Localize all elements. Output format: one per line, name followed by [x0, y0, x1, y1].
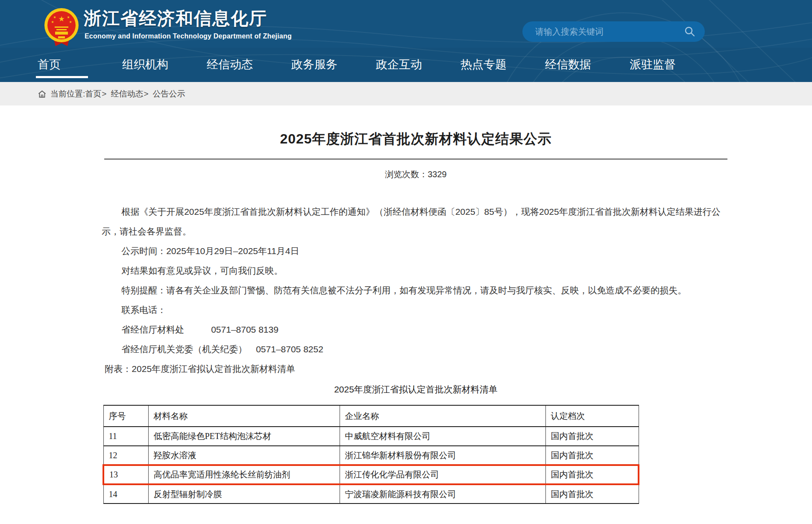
search-icon[interactable]	[684, 26, 695, 37]
cell-certification-level: 国内首批次	[545, 446, 639, 465]
cell-serial-no: 11	[103, 427, 148, 446]
cell-serial-no: 14	[103, 484, 148, 504]
paragraph: 省经信厅机关党委（机关纪委） 0571–8705 8252	[102, 340, 730, 359]
national-emblem-logo[interactable]: ★ ★ ★ ★ ★	[44, 8, 79, 47]
table-row: 13 高优品率宽适用性涤纶长丝前纺油剂 浙江传化化学品有限公司 国内首批次	[103, 465, 639, 484]
table-row: 11 低密高能绿色PET结构泡沫芯材 中威航空材料有限公司 国内首批次	[103, 427, 639, 446]
view-count-value: 3329	[428, 170, 447, 179]
breadcrumb-separator: >	[144, 89, 148, 98]
table-row: 12 羟胺水溶液 浙江锦华新材料股份有限公司 国内首批次	[103, 446, 639, 465]
breadcrumb-item: 公告公示	[153, 88, 190, 100]
cell-company-name: 宁波瑞凌新能源科技有限公司	[340, 484, 545, 504]
paragraph: 省经信厅材料处 0571–8705 8139	[102, 320, 730, 340]
breadcrumb-link[interactable]: 首页	[85, 89, 101, 98]
nav-item[interactable]: 热点专题	[460, 48, 545, 82]
breadcrumb-item: 首页>	[85, 88, 111, 100]
svg-text:★: ★	[58, 15, 64, 23]
svg-text:★: ★	[51, 20, 54, 24]
article: 2025年度浙江省首批次新材料认定结果公示 浏览次数：3329 根据《关于开展2…	[102, 130, 730, 504]
cell-company-name: 中威航空材料有限公司	[340, 427, 545, 446]
view-count-label: 浏览次数：	[385, 170, 428, 179]
cell-material-name: 羟胺水溶液	[148, 446, 340, 465]
site-title: 浙江省经济和信息化厅	[84, 7, 267, 30]
breadcrumb-link[interactable]: 经信动态	[111, 89, 143, 98]
paragraph: 联系电话：	[102, 300, 730, 320]
table-caption: 2025年度浙江省拟认定首批次新材料清单	[102, 380, 730, 399]
paragraph: 附表：2025年度浙江省拟认定首批次新材料清单	[102, 359, 730, 379]
table-header-cell: 序号	[103, 405, 148, 427]
nav-item[interactable]: 首页	[38, 48, 122, 82]
nav-item[interactable]: 组织机构	[122, 48, 207, 82]
main-nav: 首页组织机构经信动态政务服务政企互动热点专题经信数据派驻监督	[0, 48, 812, 82]
national-emblem-icon: ★ ★ ★ ★ ★	[44, 8, 79, 47]
page-title: 2025年度浙江省首批次新材料认定结果公示	[102, 130, 730, 149]
cell-material-name: 高优品率宽适用性涤纶长丝前纺油剂	[148, 465, 340, 484]
breadcrumb: 当前位置: 首页>经信动态>公告公示	[0, 82, 812, 105]
cell-material-name: 反射型辐射制冷膜	[148, 484, 340, 504]
nav-item[interactable]: 派驻监督	[630, 48, 714, 82]
breadcrumb-item: 经信动态>	[111, 88, 152, 100]
nav-item[interactable]: 政企互动	[376, 48, 460, 82]
view-count: 浏览次数：3329	[102, 169, 730, 180]
cell-serial-no: 12	[103, 446, 148, 465]
breadcrumb-prefix: 当前位置:	[50, 88, 85, 100]
cell-certification-level: 国内首批次	[545, 427, 639, 446]
nav-item[interactable]: 政务服务	[291, 48, 376, 82]
svg-text:★: ★	[53, 15, 56, 19]
paragraph: 公示时间：2025年10月29日–2025年11月4日	[102, 241, 730, 261]
nav-item[interactable]: 经信动态	[207, 48, 291, 82]
paragraph: 对结果如有意见或异议，可向我们反映。	[102, 261, 730, 281]
breadcrumb-link[interactable]: 公告公示	[153, 89, 185, 98]
cell-company-name: 浙江传化化学品有限公司	[340, 465, 545, 484]
cell-company-name: 浙江锦华新材料股份有限公司	[340, 446, 545, 465]
svg-text:★: ★	[69, 20, 72, 24]
cell-certification-level: 国内首批次	[545, 484, 639, 504]
table-header-cell: 材料名称	[148, 405, 340, 427]
breadcrumb-separator: >	[102, 89, 106, 98]
table-header-cell: 认定档次	[545, 405, 639, 427]
table-header-cell: 企业名称	[340, 405, 545, 427]
materials-table: 序号材料名称企业名称认定档次 11 低密高能绿色PET结构泡沫芯材 中威航空材料…	[103, 405, 639, 504]
table-row: 14 反射型辐射制冷膜 宁波瑞凌新能源科技有限公司 国内首批次	[103, 484, 639, 504]
cell-certification-level: 国内首批次	[545, 465, 639, 484]
svg-text:★: ★	[67, 15, 70, 19]
paragraph: 根据《关于开展2025年度浙江省首批次新材料认定工作的通知》（浙经信材料便函〔2…	[102, 202, 730, 241]
home-icon[interactable]	[38, 90, 47, 98]
nav-item[interactable]: 经信数据	[545, 48, 630, 82]
search-input[interactable]	[522, 21, 705, 42]
search-box[interactable]	[522, 21, 705, 42]
table-header-row: 序号材料名称企业名称认定档次	[103, 405, 639, 427]
site-subtitle: Economy and Information Technology Depar…	[85, 32, 292, 40]
paragraph: 特别提醒：请各有关企业及部门警惕、防范有关信息被不法分子利用，如有发现异常情况，…	[102, 281, 730, 300]
article-body: 根据《关于开展2025年度浙江省首批次新材料认定工作的通知》（浙经信材料便函〔2…	[102, 202, 730, 379]
title-divider	[104, 158, 727, 160]
cell-material-name: 低密高能绿色PET结构泡沫芯材	[148, 427, 340, 446]
site-header: ★ ★ ★ ★ ★ 浙江省经济和信息化厅 Economy and Informa…	[0, 0, 812, 82]
cell-serial-no: 13	[103, 465, 148, 484]
page: ★ ★ ★ ★ ★ 浙江省经济和信息化厅 Economy and Informa…	[0, 0, 812, 504]
